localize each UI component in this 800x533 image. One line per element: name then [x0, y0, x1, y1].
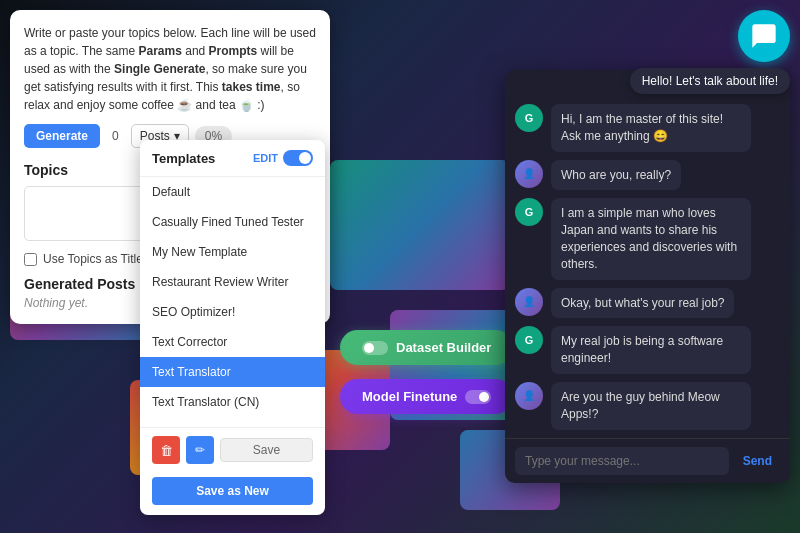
- templates-panel: Templates EDIT Default Casually Fined Tu…: [140, 140, 325, 515]
- posts-count: 0: [106, 125, 125, 147]
- save-button[interactable]: Save: [220, 438, 313, 462]
- chat-bubble-icon: [750, 22, 778, 50]
- dataset-toggle: [362, 341, 388, 355]
- message-bubble-4: Okay, but what's your real job?: [551, 288, 734, 319]
- generate-button[interactable]: Generate: [24, 124, 100, 148]
- chat-message-4: 👤 Okay, but what's your real job?: [515, 288, 780, 319]
- message-bubble-3: I am a simple man who loves Japan and wa…: [551, 198, 751, 279]
- dataset-label: Dataset Builder: [396, 340, 491, 355]
- template-item-seo[interactable]: SEO Optimizer!: [140, 297, 325, 327]
- template-item-wordpress[interactable]: WordPress Assistant: [140, 417, 325, 427]
- edit-template-button[interactable]: ✏: [186, 436, 214, 464]
- finetune-toggle: [465, 390, 491, 404]
- template-item-default[interactable]: Default: [140, 177, 325, 207]
- templates-header: Templates EDIT: [140, 140, 325, 177]
- message-bubble-1: Hi, I am the master of this site! Ask me…: [551, 104, 751, 152]
- template-item-text-translator-cn[interactable]: Text Translator (CN): [140, 387, 325, 417]
- chat-message-1: G Hi, I am the master of this site! Ask …: [515, 104, 780, 152]
- template-list: Default Casually Fined Tuned Tester My N…: [140, 177, 325, 427]
- dataset-builder-button[interactable]: Dataset Builder: [340, 330, 513, 365]
- chat-message-6: 👤 Are you the guy behind Meow Apps!?: [515, 382, 780, 430]
- hello-badge: Hello! Let's talk about life!: [630, 68, 790, 94]
- template-item-text-translator[interactable]: Text Translator: [140, 357, 325, 387]
- chat-message-5: G My real job is being a software engine…: [515, 326, 780, 374]
- template-item-restaurant[interactable]: Restaurant Review Writer: [140, 267, 325, 297]
- user-avatar-4: 👤: [515, 288, 543, 316]
- ai-avatar-1: G: [515, 104, 543, 132]
- user-avatar-6: 👤: [515, 382, 543, 410]
- user-avatar-2: 👤: [515, 160, 543, 188]
- floating-buttons: Dataset Builder Model Finetune: [340, 330, 513, 414]
- ai-avatar-5: G: [515, 326, 543, 354]
- message-bubble-2: Who are you, really?: [551, 160, 681, 191]
- edit-toggle-switch[interactable]: [283, 150, 313, 166]
- save-as-new-button[interactable]: Save as New: [152, 477, 313, 505]
- chat-messages: G Hi, I am the master of this site! Ask …: [505, 98, 790, 438]
- delete-icon: 🗑: [160, 443, 173, 458]
- edit-toggle-group: EDIT: [253, 150, 313, 166]
- footer-row2: Save as New: [140, 472, 325, 515]
- send-button[interactable]: Send: [735, 448, 780, 474]
- chat-input[interactable]: [515, 447, 729, 475]
- templates-title: Templates: [152, 151, 215, 166]
- template-item-casually-fined[interactable]: Casually Fined Tuned Tester: [140, 207, 325, 237]
- delete-template-button[interactable]: 🗑: [152, 436, 180, 464]
- chat-bubble-button[interactable]: [738, 10, 790, 62]
- templates-footer: 🗑 ✏ Save: [140, 427, 325, 472]
- edit-label: EDIT: [253, 152, 278, 164]
- chat-window: ▭ ✕ G Hi, I am the master of this site! …: [505, 70, 790, 483]
- use-topics-as-titles-checkbox[interactable]: [24, 253, 37, 266]
- template-item-my-new[interactable]: My New Template: [140, 237, 325, 267]
- template-item-text-corrector[interactable]: Text Corrector: [140, 327, 325, 357]
- ai-avatar-3: G: [515, 198, 543, 226]
- model-finetune-button[interactable]: Model Finetune: [340, 379, 513, 414]
- chat-widget: Hello! Let's talk about life!: [630, 10, 790, 94]
- checkbox-label: Use Topics as Titles: [43, 252, 149, 266]
- chat-message-3: G I am a simple man who loves Japan and …: [515, 198, 780, 279]
- message-bubble-6: Are you the guy behind Meow Apps!?: [551, 382, 751, 430]
- pencil-icon: ✏: [195, 443, 205, 457]
- chat-input-row: Send: [505, 438, 790, 483]
- instruction-text: Write or paste your topics below. Each l…: [24, 24, 316, 114]
- finetune-label: Model Finetune: [362, 389, 457, 404]
- bg-thumbnail-4: [330, 160, 510, 290]
- chat-message-2: 👤 Who are you, really?: [515, 160, 780, 191]
- message-bubble-5: My real job is being a software engineer…: [551, 326, 751, 374]
